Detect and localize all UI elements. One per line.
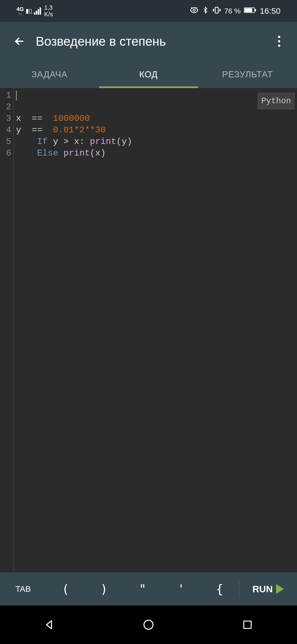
status-bar: 4G ↑↓ ▮▯ 1,3 K/s 76 % <box>0 0 297 22</box>
battery-percent: 76 % <box>224 7 241 15</box>
line-number: 2 <box>0 101 13 113</box>
tab-key-button[interactable]: TAB <box>0 572 46 605</box>
page-title: Возведение в степень <box>36 34 272 49</box>
code-content[interactable]: x == 1000000 y == 0.01*2**30 If y > x: p… <box>14 88 297 572</box>
nav-back-button[interactable] <box>41 616 58 633</box>
more-button[interactable] <box>272 36 286 47</box>
squote-button[interactable]: ' <box>162 572 200 605</box>
signal-icon: ▮▯ <box>26 7 32 15</box>
line-number: 1 <box>0 90 13 101</box>
nav-home-button[interactable] <box>140 616 157 633</box>
nav-recent-button[interactable] <box>239 616 256 633</box>
network-type: 4G <box>16 6 24 12</box>
run-button[interactable]: RUN <box>239 584 297 594</box>
code-line-6: Else print(x) <box>16 148 295 159</box>
line-number: 4 <box>0 124 13 136</box>
eye-icon <box>190 6 199 17</box>
play-icon <box>276 584 284 594</box>
code-line-2 <box>16 101 295 113</box>
network-speed: 1,3 K/s <box>44 4 53 18</box>
lparen-button[interactable]: ( <box>46 572 85 605</box>
line-number: 6 <box>0 148 13 159</box>
network-indicator: 4G ↑↓ ▮▯ <box>16 6 41 16</box>
status-right: 76 % 16:50 <box>190 6 280 17</box>
line-number: 3 <box>0 113 13 124</box>
run-label: RUN <box>252 584 273 594</box>
code-editor[interactable]: 1 2 3 4 5 6 x == 1000000 y == 0.01*2**30… <box>0 88 297 572</box>
rparen-button[interactable]: ) <box>85 572 123 605</box>
code-line-1 <box>16 90 295 101</box>
status-left: 4G ↑↓ ▮▯ 1,3 K/s <box>16 4 53 18</box>
tabs: ЗАДАЧА КОД РЕЗУЛЬТАТ <box>0 61 297 88</box>
bluetooth-icon <box>202 6 209 17</box>
line-gutter: 1 2 3 4 5 6 <box>0 88 14 572</box>
vibrate-icon <box>212 6 221 17</box>
battery-icon <box>244 7 257 15</box>
language-badge: Python <box>257 92 295 110</box>
clock: 16:50 <box>260 6 280 16</box>
tab-result[interactable]: РЕЗУЛЬТАТ <box>198 61 297 88</box>
svg-point-5 <box>144 620 153 629</box>
svg-rect-3 <box>245 8 252 12</box>
more-vertical-icon <box>278 36 280 47</box>
cursor <box>16 91 17 100</box>
svg-rect-1 <box>215 7 218 13</box>
svg-point-0 <box>193 9 195 11</box>
dquote-button[interactable]: " <box>123 572 162 605</box>
code-line-4: y == 0.01*2**30 <box>16 124 295 136</box>
svg-rect-6 <box>244 621 251 629</box>
code-line-3: x == 1000000 <box>16 113 295 124</box>
signal-bars-icon <box>34 7 41 15</box>
line-number: 5 <box>0 136 13 148</box>
tab-task[interactable]: ЗАДАЧА <box>0 61 99 88</box>
code-line-5: If y > x: print(y) <box>16 136 295 148</box>
app-bar: Возведение в степень <box>0 22 297 61</box>
symbol-toolbar: TAB ( ) " ' { RUN <box>0 572 297 605</box>
tab-code[interactable]: КОД <box>99 61 198 88</box>
lbrace-button[interactable]: { <box>200 572 239 605</box>
back-button[interactable] <box>11 35 28 47</box>
svg-rect-4 <box>255 9 256 11</box>
system-nav-bar <box>0 605 297 644</box>
